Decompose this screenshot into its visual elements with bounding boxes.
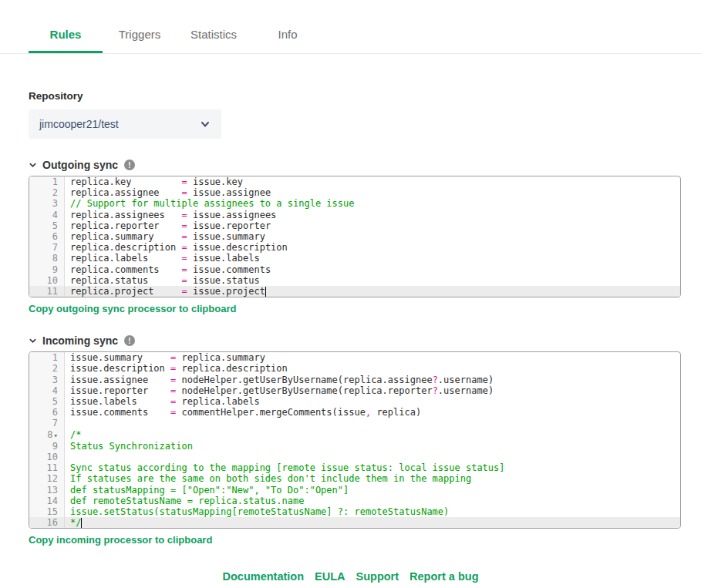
code-line[interactable]: 7 [29,418,680,428]
code-line[interactable]: 3issue.assignee = nodeHelper.getUserByUs… [29,375,680,385]
code-line[interactable]: 8▾/* [29,429,680,441]
code-text: If statuses are the same on both sides d… [65,473,680,484]
code-text: // Support for multiple assignees to a s… [65,198,680,209]
code-text: replica.assignee = issue.assignee [65,187,680,198]
line-number: 10 [29,275,65,286]
line-number: 3 [29,198,65,209]
code-text: replica.summary = issue.summary [65,231,680,242]
line-number: 2 [29,187,65,198]
line-number: 7 [29,418,65,428]
fold-arrow-icon[interactable]: ▾ [54,432,58,439]
incoming-sync-code-editor[interactable]: 1issue.summary = replica.summary2issue.d… [29,351,681,529]
line-number: 11 [29,462,65,473]
line-number: 1 [29,352,65,363]
footer-link-eula[interactable]: EULA [315,570,345,583]
code-text [65,452,680,462]
code-line[interactable]: 6replica.summary = issue.summary [29,231,680,242]
tab-bar: RulesTriggersStatisticsInfo [0,0,701,54]
code-line[interactable]: 2issue.description = replica.description [29,363,680,374]
code-text: replica.key = issue.key [65,176,680,187]
footer-link-report-a-bug[interactable]: Report a bug [409,570,478,583]
code-line[interactable]: 9replica.comments = issue.comments [29,264,680,275]
outgoing-sync-code-editor[interactable]: 1replica.key = issue.key2replica.assigne… [29,176,681,297]
copy-incoming-sync-button[interactable]: Copy incoming processor to clipboard [29,534,681,546]
line-number: 14 [29,496,65,506]
code-line[interactable]: 9Status Synchronization [29,441,680,452]
code-text: Status Synchronization [65,441,680,452]
code-line[interactable]: 8replica.labels = issue.labels [29,253,680,264]
code-line[interactable]: 4replica.assignees = issue.assignees [29,210,680,220]
code-line[interactable]: 5issue.labels = replica.labels [29,396,680,407]
tab-info[interactable]: Info [251,28,325,53]
code-text: replica.assignees = issue.assignees [65,210,680,220]
code-text: issue.comments = commentHelper.mergeComm… [65,407,680,418]
tab-triggers[interactable]: Triggers [103,28,177,53]
repository-select[interactable]: jimcooper21/test [29,109,221,139]
line-number: 5 [29,220,65,231]
tab-rules[interactable]: Rules [29,28,103,53]
copy-outgoing-sync-button[interactable]: Copy outgoing sync processor to clipboar… [29,303,681,314]
code-line[interactable]: 11replica.project = issue.project [29,286,680,297]
code-text: issue.labels = replica.labels [65,396,680,407]
main-content: Repository jimcooper21/test Outgoing syn… [29,90,681,546]
code-text: def remoteStatusName = replica.status.na… [65,496,680,506]
line-number: 7 [29,242,65,253]
footer-link-support[interactable]: Support [356,570,399,583]
line-number: 15 [29,506,65,517]
collapse-chevron-icon[interactable] [29,337,37,345]
code-line[interactable]: 2replica.assignee = issue.assignee [29,187,680,198]
code-line[interactable]: 7replica.description = issue.description [29,242,680,253]
code-line[interactable]: 15issue.setStatus(statusMapping[remoteSt… [29,506,680,517]
code-line[interactable]: 1replica.key = issue.key [29,176,680,187]
code-text: replica.description = issue.description [65,242,680,253]
code-text: issue.summary = replica.summary [65,352,680,363]
code-line[interactable]: 12If statuses are the same on both sides… [29,473,680,484]
code-text: issue.reporter = nodeHelper.getUserByUse… [65,385,680,396]
code-line[interactable]: 1issue.summary = replica.summary [29,352,680,363]
info-icon[interactable] [124,335,135,346]
line-number: 10 [29,452,65,462]
line-number: 6 [29,231,65,242]
chevron-down-icon [200,119,211,129]
code-line[interactable]: 14def remoteStatusName = replica.status.… [29,496,680,506]
code-text: replica.project = issue.project [65,286,680,297]
line-number: 4 [29,210,65,220]
line-number: 8 [29,253,65,264]
code-line[interactable]: 10replica.status = issue.status [29,275,680,286]
code-line[interactable]: 16*/ [29,517,680,528]
code-text: Sync status according to the mapping [re… [65,462,680,473]
footer-links: DocumentationEULASupportReport a bug [0,570,701,583]
code-line[interactable]: 4issue.reporter = nodeHelper.getUserByUs… [29,385,680,396]
page-footer: DocumentationEULASupportReport a bug Pow… [0,570,701,588]
code-line[interactable]: 3// Support for multiple assignees to a … [29,198,680,209]
line-number: 9 [29,264,65,275]
line-number: 3 [29,375,65,385]
code-text: /* [65,429,680,441]
info-icon[interactable] [124,160,135,170]
code-line[interactable]: 11Sync status according to the mapping [… [29,462,680,473]
code-line[interactable]: 13def statusMapping = ["Open":"New", "To… [29,485,680,496]
collapse-chevron-icon[interactable] [29,161,37,170]
text-cursor [265,287,266,297]
tab-statistics[interactable]: Statistics [177,28,251,53]
line-number: 4 [29,385,65,396]
line-number: 5 [29,396,65,407]
line-number: 2 [29,363,65,374]
section-title: Incoming sync [42,334,118,347]
repository-label: Repository [29,90,681,102]
incoming-sync-header: Incoming sync [29,334,681,347]
outgoing-sync-header: Outgoing sync [29,159,681,171]
code-text: replica.comments = issue.comments [65,264,680,275]
code-text: issue.assignee = nodeHelper.getUserByUse… [65,375,680,385]
code-line[interactable]: 6issue.comments = commentHelper.mergeCom… [29,407,680,418]
code-line[interactable]: 10 [29,452,680,462]
code-line[interactable]: 5replica.reporter = issue.reporter [29,220,680,231]
line-number: 16 [29,517,65,528]
line-number: 9 [29,441,65,452]
line-number: 8▾ [29,429,65,441]
outgoing-sync-section: Outgoing sync 1replica.key = issue.key2r… [29,159,681,314]
incoming-sync-section: Incoming sync 1issue.summary = replica.s… [29,334,681,546]
code-text: issue.setStatus(statusMapping[remoteStat… [65,506,680,517]
code-text: */ [65,517,680,528]
footer-link-documentation[interactable]: Documentation [222,570,304,583]
